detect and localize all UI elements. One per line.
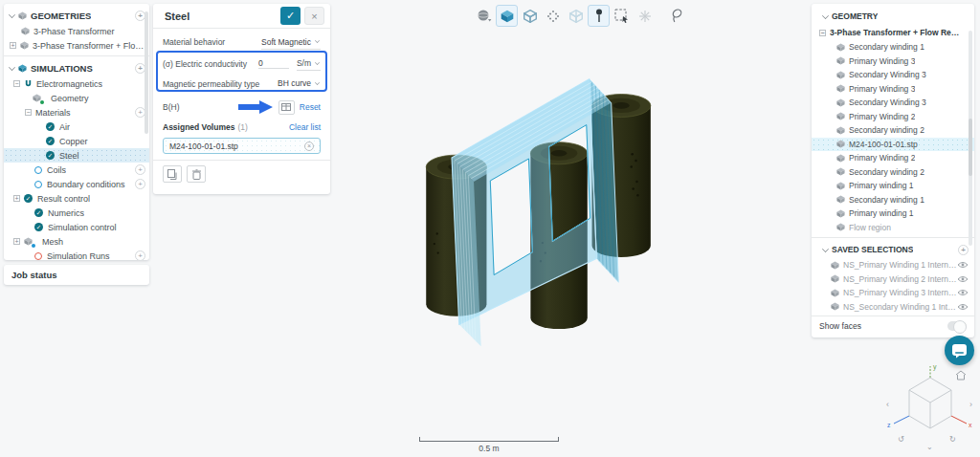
bh-table-button[interactable] [278,100,295,115]
saved-selection-item[interactable]: NS_Primary Winding 3 Internal Port [812,286,974,300]
select-value: Soft Magnetic [261,37,311,47]
check-circle-icon: ✓ [34,208,43,217]
tree-item-numerics[interactable]: ✓ Numerics [4,206,149,220]
tree-item-geometry[interactable]: Geometry [4,91,149,105]
geometry-section-header[interactable]: GEOMETRY [812,8,974,25]
cube-wireframe[interactable] [909,378,951,428]
job-status-bar[interactable]: Job status [4,265,149,285]
add-run-button[interactable]: + [135,250,145,260]
saved-selection-item[interactable]: NS_Primary Winding 1 Internal Port [812,258,974,272]
tree-item-label: Mesh [42,237,63,247]
probe-lasso-icon[interactable] [665,5,687,27]
tree-item-simulation-control[interactable]: ✓ Simulation control [4,220,149,234]
geometry-item[interactable]: Primary Winding 3 [812,54,974,69]
expand-icon[interactable]: + [13,238,20,245]
visibility-eye-icon[interactable] [957,275,969,283]
geometry-item[interactable]: Secondary winding 1 [812,40,974,54]
assigned-volume-chip[interactable]: M24-100-01-01.stp × [163,138,321,154]
duplicate-material-button[interactable] [163,165,182,183]
geometry-item-flow-region[interactable]: Flow region [812,221,974,235]
exploded-view-icon[interactable] [542,5,564,27]
tree-item-mesh[interactable]: + Mesh [4,234,149,249]
render-mode-sphere-icon[interactable] [473,5,495,27]
delete-material-button[interactable] [187,165,206,183]
rotate-right-chevron[interactable]: › [969,400,972,409]
z-axis-label: z [887,422,891,428]
visibility-eye-icon[interactable] [957,289,969,296]
roll-ccw-icon[interactable]: ↺ [898,435,904,444]
expand-icon[interactable]: + [10,42,16,49]
viewport-3d-model[interactable] [410,57,712,346]
roll-cw-icon[interactable]: ↻ [949,435,956,444]
simulations-section-header[interactable]: SIMULATIONS + [4,59,149,76]
expand-icon[interactable]: + [13,195,20,202]
add-saved-selection-button[interactable]: + [958,245,969,255]
tree-item-copper[interactable]: ✓ Copper [4,134,149,148]
add-coil-button[interactable]: + [135,164,145,175]
chevron-down-icon[interactable] [822,246,829,252]
transparent-view-cube-icon[interactable] [519,5,541,27]
show-faces-toggle[interactable] [947,321,967,331]
geometry-item[interactable]: Primary Winding 2 [812,151,974,165]
tree-item-3-phase-transformer[interactable]: 3-Phase Transformer [4,24,149,38]
geometry-item[interactable]: Secondary winding 1 [812,193,974,207]
conductivity-input[interactable] [258,58,289,69]
remove-chip-icon[interactable]: × [304,141,314,151]
tree-item-result-control[interactable]: + ✓ Result control [4,191,149,206]
geometry-item[interactable]: Secondary Winding 3 [812,96,974,110]
collapse-icon[interactable]: − [13,80,20,87]
tree-item-materials[interactable]: − Materials + [4,105,149,120]
geometry-item[interactable]: Secondary winding 2 [812,165,974,180]
clear-list-link[interactable]: Clear list [289,122,321,132]
tree-item-simulation-runs[interactable]: Simulation Runs + [4,249,149,260]
isolate-parts-icon[interactable] [634,5,656,27]
collapse-icon[interactable]: − [25,109,32,116]
chevron-down-icon[interactable] [9,64,15,71]
close-button[interactable]: × [304,7,324,25]
geometry-item[interactable]: Primary Winding 3 [812,82,974,97]
solid-view-cube-icon[interactable] [496,5,518,27]
scrollbar[interactable] [145,11,148,134]
box-select-icon[interactable] [611,5,633,27]
pin-keyframe-icon[interactable] [588,5,610,27]
geometry-item[interactable]: Primary winding 1 [812,179,974,193]
visibility-eye-icon[interactable] [957,303,969,311]
tree-item-air[interactable]: ✓ Air [4,120,149,134]
geometry-item[interactable]: Secondary Winding 3 [812,68,974,82]
collapse-icon[interactable]: − [819,30,826,36]
tree-item-3-phase-transformer-flow[interactable]: + 3-Phase Transformer + Flow Region [4,38,149,53]
scrollbar-thumb[interactable] [969,119,972,176]
geometries-section-header[interactable]: GEOMETRIES + [4,7,149,24]
geometry-root-item[interactable]: − 3-Phase Transformer + Flow Region [812,25,974,40]
geometry-item[interactable]: Primary Winding 2 [812,110,974,124]
check-circle-icon: ✓ [34,223,43,231]
home-view-icon[interactable] [956,371,966,380]
add-boundary-condition-button[interactable]: + [135,179,145,189]
status-ok-badge [40,100,44,104]
saved-selection-item[interactable]: NS_Primary Winding 2 Internal Port [812,272,974,287]
incomplete-circle-icon [34,181,42,188]
material-behavior-select[interactable]: Soft Magnetic [261,35,321,50]
saved-selections-header[interactable]: SAVED SELECTIONS + [812,241,974,258]
rotate-left-chevron[interactable]: ‹ [886,400,889,409]
tree-item-steel-selected[interactable]: ✓ Steel [4,148,149,163]
apply-button[interactable]: ✓ [280,7,301,25]
unit-select[interactable]: S/m [297,56,321,71]
visibility-eye-icon[interactable] [957,261,969,269]
solid-icon [836,154,845,163]
navigation-cube[interactable]: y z x ‹ › ⌄ ↺ ↻ [885,361,975,453]
permeability-select[interactable]: BH curve [278,76,321,91]
tree-item-coils[interactable]: Coils + [4,163,149,177]
chevron-down-icon[interactable] [9,11,15,18]
tree-item-label: Secondary Winding 3 [849,98,926,107]
geometry-item-selected[interactable]: M24-100-01-01.stp [812,138,974,152]
tree-item-boundary-conditions[interactable]: Boundary conditions + [4,177,149,191]
tree-item-electromagnetics[interactable]: − Electromagnetics [4,76,149,91]
chevron-down-icon[interactable] [822,12,829,19]
reset-link[interactable]: Reset [300,102,321,112]
wireframe-view-icon[interactable] [565,5,587,27]
geometry-item[interactable]: Primary winding 1 [812,207,974,221]
rotate-down-chevron[interactable]: ⌄ [926,443,933,451]
geometry-item[interactable]: Secondary winding 2 [812,123,974,138]
saved-selection-item[interactable]: NS_Secondary Winding 1 Internal Port [812,300,974,315]
